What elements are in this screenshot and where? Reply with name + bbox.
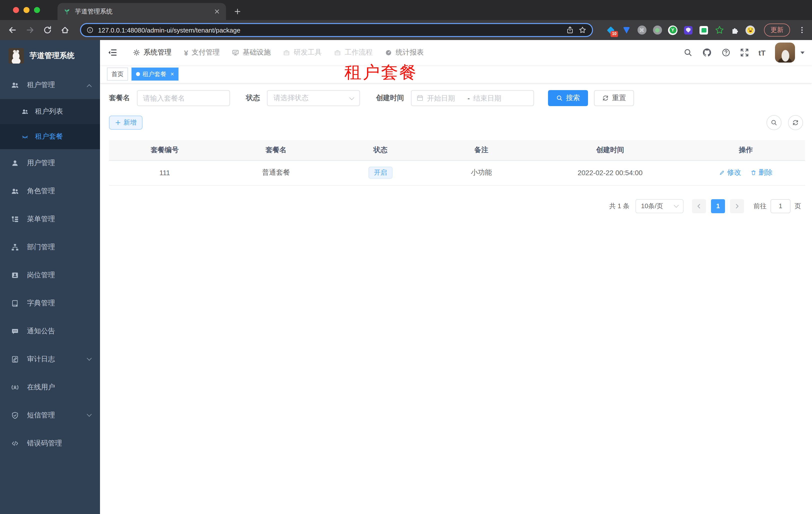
help-icon[interactable] — [722, 48, 730, 57]
fullscreen-icon[interactable] — [740, 48, 749, 57]
tab-close-icon[interactable] — [214, 8, 220, 15]
home-icon — [60, 26, 69, 34]
delete-link[interactable]: 删除 — [751, 168, 773, 177]
user-avatar[interactable] — [775, 43, 795, 62]
col-status: 状态 — [332, 140, 429, 160]
topnav-item-payment[interactable]: ¥ 支付管理 — [184, 48, 220, 57]
topnav-item-system[interactable]: 系统管理 — [133, 48, 172, 57]
goto-page-input[interactable] — [771, 199, 790, 213]
col-package-name: 套餐名 — [220, 140, 331, 160]
forward-button[interactable] — [24, 24, 36, 36]
tag-tenant-package[interactable]: 租户套餐 × — [132, 67, 178, 81]
sidebar-item-label: 菜单管理 — [27, 215, 55, 224]
topnav-item-label: 支付管理 — [192, 48, 220, 57]
reset-button[interactable]: 重置 — [594, 90, 634, 106]
status-select[interactable]: 请选择状态 — [267, 90, 360, 106]
goto-page: 前往 页 — [754, 199, 801, 213]
topnav-item-label: 研发工具 — [294, 48, 322, 57]
sidebar-item-label: 租户列表 — [35, 107, 63, 116]
shield-check-icon — [11, 411, 19, 420]
peoples-icon — [22, 108, 29, 115]
url-bar[interactable]: 127.0.0.1:48080/admin-ui/system/tenant/p… — [80, 23, 593, 37]
online-user-icon — [11, 383, 19, 391]
package-name-label: 套餐名 — [109, 93, 130, 103]
sidebar-item-tenant-management[interactable]: 租户管理 — [0, 71, 100, 99]
prev-page-button[interactable] — [692, 199, 706, 213]
browser-tab[interactable]: 芋道管理系统 — [58, 3, 226, 20]
toggle-search-button[interactable] — [766, 115, 782, 130]
edit-link[interactable]: 修改 — [719, 168, 741, 177]
extension-emoji-icon[interactable] — [746, 25, 755, 35]
back-button[interactable] — [6, 24, 19, 36]
header-search-icon[interactable] — [684, 48, 693, 57]
edit-link-label: 修改 — [727, 168, 741, 177]
sidebar-item-role-management[interactable]: 角色管理 — [0, 177, 100, 205]
page-size-select[interactable]: 10条/页 — [636, 199, 684, 213]
topnav-item-devtools[interactable]: 研发工具 — [283, 48, 322, 57]
sidebar-logo[interactable]: 芋道管理系统 — [0, 40, 100, 71]
close-window-button[interactable] — [13, 7, 19, 13]
sidebar-item-menu-management[interactable]: 菜单管理 — [0, 205, 100, 233]
table-header-row: 套餐编号 套餐名 状态 备注 创建时间 操作 — [109, 140, 805, 160]
share-icon[interactable] — [566, 26, 574, 34]
gear-icon — [133, 49, 140, 56]
date-range-picker[interactable]: - — [411, 90, 534, 106]
extension-command-icon[interactable]: ⌘ — [637, 25, 646, 35]
search-button[interactable]: 搜索 — [548, 90, 588, 106]
topnav-item-reports[interactable]: 统计报表 — [385, 48, 424, 57]
extension-record-icon[interactable] — [652, 25, 662, 35]
package-table: 套餐编号 套餐名 状态 备注 创建时间 操作 111 普通套餐 — [109, 140, 805, 185]
status-toggle-tag[interactable]: 开启 — [369, 167, 393, 179]
home-button[interactable] — [58, 24, 71, 36]
topnav-item-infra[interactable]: 基础设施 — [232, 48, 271, 57]
col-remark: 备注 — [429, 140, 534, 160]
next-page-button[interactable] — [730, 199, 744, 213]
sidebar-fold-icon[interactable] — [108, 48, 117, 58]
site-info-icon[interactable] — [87, 27, 93, 33]
sidebar-item-online-users[interactable]: 在线用户 — [0, 373, 100, 401]
sidebar-item-error-code[interactable]: 错误码管理 — [0, 429, 100, 457]
reload-button[interactable] — [41, 24, 54, 36]
filter-form: 套餐名 状态 请选择状态 创建时间 — [109, 90, 805, 106]
sidebar-item-tenant-list[interactable]: 租户列表 — [0, 99, 100, 124]
github-icon[interactable] — [702, 48, 712, 58]
sidebar-item-notice[interactable]: 通知公告 — [0, 317, 100, 345]
extension-diamond-icon[interactable]: 10 — [606, 25, 615, 35]
extension-star-icon[interactable] — [715, 25, 724, 35]
bookmark-star-icon[interactable] — [579, 26, 586, 34]
tag-close-icon[interactable]: × — [171, 71, 174, 77]
refresh-table-button[interactable] — [788, 115, 803, 130]
extension-chat-icon[interactable] — [699, 25, 708, 35]
sidebar-item-post-management[interactable]: 岗位管理 — [0, 261, 100, 289]
extension-shield-icon[interactable] — [684, 25, 693, 35]
browser-update-button[interactable]: 更新 — [764, 24, 790, 36]
extension-y-icon[interactable]: Y — [668, 25, 677, 35]
date-end-input[interactable] — [473, 94, 510, 102]
add-button[interactable]: 新增 — [109, 116, 143, 130]
sidebar-item-sms-management[interactable]: 短信管理 — [0, 401, 100, 429]
extension-gem-icon[interactable] — [621, 25, 631, 35]
new-tab-button[interactable] — [231, 5, 244, 18]
tag-home[interactable]: 首页 — [107, 67, 128, 81]
minimize-window-button[interactable] — [24, 7, 29, 13]
topnav-item-workflow[interactable]: 工作流程 — [334, 48, 373, 57]
sidebar-item-dict-management[interactable]: 字典管理 — [0, 289, 100, 317]
avatar-caret-icon[interactable] — [801, 52, 805, 56]
sidebar-item-label: 角色管理 — [27, 187, 55, 196]
sidebar-item-tenant-package[interactable]: 租户套餐 — [0, 124, 100, 149]
zoom-window-button[interactable] — [34, 7, 40, 13]
sidebar-item-user-management[interactable]: 用户管理 — [0, 149, 100, 177]
sidebar-item-label: 短信管理 — [27, 411, 55, 420]
cell-actions: 修改 删除 — [687, 160, 805, 185]
current-page-button[interactable]: 1 — [711, 199, 725, 213]
package-name-input[interactable] — [137, 90, 230, 106]
browser-menu-icon[interactable] — [798, 26, 806, 34]
date-start-input[interactable] — [427, 94, 464, 102]
sidebar-item-audit-log[interactable]: 审计日志 — [0, 345, 100, 373]
sidebar-item-dept-management[interactable]: 部门管理 — [0, 233, 100, 261]
yen-icon: ¥ — [184, 49, 188, 56]
sidebar-item-label: 字典管理 — [27, 299, 55, 308]
filter-group-name: 套餐名 — [109, 90, 230, 106]
extensions-puzzle-icon[interactable] — [730, 25, 740, 35]
font-size-icon[interactable]: tT — [758, 49, 765, 56]
